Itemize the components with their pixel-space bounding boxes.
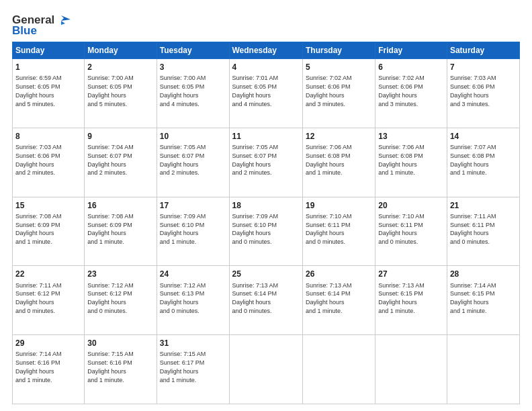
calendar-cell: 16Sunrise: 7:08 AMSunset: 6:09 PMDayligh… bbox=[85, 197, 157, 266]
calendar-cell: 12Sunrise: 7:06 AMSunset: 6:08 PMDayligh… bbox=[302, 128, 375, 197]
weekday-header-monday: Monday bbox=[85, 42, 157, 59]
calendar-week-row: 29Sunrise: 7:14 AMSunset: 6:16 PMDayligh… bbox=[13, 335, 520, 404]
day-info: Sunrise: 7:10 AMSunset: 6:11 PMDaylight … bbox=[306, 213, 352, 245]
calendar-cell: 22Sunrise: 7:11 AMSunset: 6:12 PMDayligh… bbox=[13, 266, 85, 335]
weekday-header-sunday: Sunday bbox=[13, 42, 85, 59]
day-number: 19 bbox=[306, 200, 372, 211]
calendar-cell: 27Sunrise: 7:13 AMSunset: 6:15 PMDayligh… bbox=[375, 266, 447, 335]
weekday-header-saturday: Saturday bbox=[447, 42, 519, 59]
day-info: Sunrise: 7:12 AMSunset: 6:13 PMDaylight … bbox=[160, 282, 206, 314]
logo: General Blue bbox=[12, 13, 71, 38]
day-info: Sunrise: 7:15 AMSunset: 6:17 PMDaylight … bbox=[160, 351, 206, 383]
calendar-cell: 25Sunrise: 7:13 AMSunset: 6:14 PMDayligh… bbox=[229, 266, 302, 335]
day-info: Sunrise: 7:14 AMSunset: 6:16 PMDaylight … bbox=[15, 351, 62, 383]
calendar-week-row: 22Sunrise: 7:11 AMSunset: 6:12 PMDayligh… bbox=[13, 266, 520, 335]
day-info: Sunrise: 7:14 AMSunset: 6:15 PMDaylight … bbox=[450, 282, 496, 314]
day-number: 16 bbox=[87, 200, 153, 211]
day-number: 26 bbox=[306, 269, 372, 279]
calendar-cell: 1Sunrise: 6:59 AMSunset: 6:05 PMDaylight… bbox=[13, 59, 85, 128]
calendar-cell: 30Sunrise: 7:15 AMSunset: 6:16 PMDayligh… bbox=[85, 335, 157, 404]
day-number: 20 bbox=[378, 200, 444, 211]
day-number: 24 bbox=[160, 269, 226, 279]
calendar-cell: 29Sunrise: 7:14 AMSunset: 6:16 PMDayligh… bbox=[13, 335, 85, 404]
day-number: 4 bbox=[232, 62, 300, 73]
day-number: 21 bbox=[450, 200, 517, 211]
calendar-cell: 5Sunrise: 7:02 AMSunset: 6:06 PMDaylight… bbox=[302, 59, 375, 128]
weekday-header-friday: Friday bbox=[375, 42, 447, 59]
day-number: 3 bbox=[160, 62, 226, 73]
day-info: Sunrise: 7:02 AMSunset: 6:06 PMDaylight … bbox=[306, 75, 352, 107]
day-number: 22 bbox=[15, 269, 81, 279]
day-info: Sunrise: 7:13 AMSunset: 6:14 PMDaylight … bbox=[306, 282, 352, 314]
day-info: Sunrise: 7:06 AMSunset: 6:08 PMDaylight … bbox=[378, 144, 425, 176]
calendar-cell bbox=[302, 335, 375, 404]
day-number: 15 bbox=[15, 200, 81, 211]
day-number: 9 bbox=[87, 131, 153, 142]
day-info: Sunrise: 7:04 AMSunset: 6:07 PMDaylight … bbox=[87, 144, 134, 176]
calendar-cell: 10Sunrise: 7:05 AMSunset: 6:07 PMDayligh… bbox=[157, 128, 229, 197]
calendar-cell: 14Sunrise: 7:07 AMSunset: 6:08 PMDayligh… bbox=[447, 128, 519, 197]
svg-marker-1 bbox=[61, 21, 65, 25]
day-number: 1 bbox=[15, 62, 81, 73]
calendar-cell: 7Sunrise: 7:03 AMSunset: 6:06 PMDaylight… bbox=[447, 59, 519, 128]
logo-bird-icon bbox=[56, 14, 71, 26]
day-info: Sunrise: 7:13 AMSunset: 6:15 PMDaylight … bbox=[378, 282, 425, 314]
calendar-cell: 18Sunrise: 7:09 AMSunset: 6:10 PMDayligh… bbox=[229, 197, 302, 266]
day-number: 10 bbox=[160, 131, 226, 142]
day-info: Sunrise: 7:08 AMSunset: 6:09 PMDaylight … bbox=[15, 213, 62, 245]
calendar-cell: 8Sunrise: 7:03 AMSunset: 6:06 PMDaylight… bbox=[13, 128, 85, 197]
calendar-cell bbox=[447, 335, 519, 404]
day-info: Sunrise: 7:01 AMSunset: 6:05 PMDaylight … bbox=[232, 75, 279, 107]
calendar-cell: 19Sunrise: 7:10 AMSunset: 6:11 PMDayligh… bbox=[302, 197, 375, 266]
calendar-week-row: 15Sunrise: 7:08 AMSunset: 6:09 PMDayligh… bbox=[13, 197, 520, 266]
day-number: 5 bbox=[306, 62, 372, 73]
day-number: 28 bbox=[450, 269, 517, 279]
calendar-cell: 20Sunrise: 7:10 AMSunset: 6:11 PMDayligh… bbox=[375, 197, 447, 266]
day-info: Sunrise: 7:10 AMSunset: 6:11 PMDaylight … bbox=[378, 213, 425, 245]
calendar-cell: 13Sunrise: 7:06 AMSunset: 6:08 PMDayligh… bbox=[375, 128, 447, 197]
calendar-cell: 3Sunrise: 7:00 AMSunset: 6:05 PMDaylight… bbox=[157, 59, 229, 128]
calendar-cell: 24Sunrise: 7:12 AMSunset: 6:13 PMDayligh… bbox=[157, 266, 229, 335]
day-info: Sunrise: 7:06 AMSunset: 6:08 PMDaylight … bbox=[306, 144, 352, 176]
day-number: 30 bbox=[87, 338, 153, 349]
calendar-cell bbox=[375, 335, 447, 404]
day-info: Sunrise: 7:09 AMSunset: 6:10 PMDaylight … bbox=[160, 213, 206, 245]
day-info: Sunrise: 7:03 AMSunset: 6:06 PMDaylight … bbox=[15, 144, 62, 176]
calendar-cell: 28Sunrise: 7:14 AMSunset: 6:15 PMDayligh… bbox=[447, 266, 519, 335]
day-info: Sunrise: 7:02 AMSunset: 6:06 PMDaylight … bbox=[378, 75, 425, 107]
calendar-cell: 4Sunrise: 7:01 AMSunset: 6:05 PMDaylight… bbox=[229, 59, 302, 128]
calendar-cell bbox=[229, 335, 302, 404]
day-number: 27 bbox=[378, 269, 444, 279]
weekday-header-row: SundayMondayTuesdayWednesdayThursdayFrid… bbox=[13, 42, 520, 59]
header: General Blue bbox=[12, 11, 520, 38]
day-info: Sunrise: 7:12 AMSunset: 6:12 PMDaylight … bbox=[87, 282, 134, 314]
calendar-cell: 23Sunrise: 7:12 AMSunset: 6:12 PMDayligh… bbox=[85, 266, 157, 335]
day-info: Sunrise: 7:13 AMSunset: 6:14 PMDaylight … bbox=[232, 282, 279, 314]
day-info: Sunrise: 7:03 AMSunset: 6:06 PMDaylight … bbox=[450, 75, 496, 107]
day-number: 18 bbox=[232, 200, 300, 211]
weekday-header-thursday: Thursday bbox=[302, 42, 375, 59]
day-number: 25 bbox=[232, 269, 300, 279]
weekday-header-wednesday: Wednesday bbox=[229, 42, 302, 59]
calendar-cell: 9Sunrise: 7:04 AMSunset: 6:07 PMDaylight… bbox=[85, 128, 157, 197]
calendar-cell: 26Sunrise: 7:13 AMSunset: 6:14 PMDayligh… bbox=[302, 266, 375, 335]
day-info: Sunrise: 7:08 AMSunset: 6:09 PMDaylight … bbox=[87, 213, 134, 245]
calendar-cell: 2Sunrise: 7:00 AMSunset: 6:05 PMDaylight… bbox=[85, 59, 157, 128]
calendar-cell: 31Sunrise: 7:15 AMSunset: 6:17 PMDayligh… bbox=[157, 335, 229, 404]
day-number: 31 bbox=[160, 338, 226, 349]
logo-blue: Blue bbox=[12, 24, 37, 38]
day-info: Sunrise: 6:59 AMSunset: 6:05 PMDaylight … bbox=[15, 75, 62, 107]
day-number: 2 bbox=[87, 62, 153, 73]
day-info: Sunrise: 7:09 AMSunset: 6:10 PMDaylight … bbox=[232, 213, 279, 245]
day-number: 13 bbox=[378, 131, 444, 142]
day-number: 7 bbox=[450, 62, 517, 73]
calendar-week-row: 1Sunrise: 6:59 AMSunset: 6:05 PMDaylight… bbox=[13, 59, 520, 128]
calendar-cell: 11Sunrise: 7:05 AMSunset: 6:07 PMDayligh… bbox=[229, 128, 302, 197]
day-number: 29 bbox=[15, 338, 81, 349]
day-info: Sunrise: 7:15 AMSunset: 6:16 PMDaylight … bbox=[87, 351, 134, 383]
day-number: 6 bbox=[378, 62, 444, 73]
day-number: 14 bbox=[450, 131, 517, 142]
day-info: Sunrise: 7:00 AMSunset: 6:05 PMDaylight … bbox=[87, 75, 134, 107]
day-info: Sunrise: 7:11 AMSunset: 6:11 PMDaylight … bbox=[450, 213, 496, 245]
weekday-header-tuesday: Tuesday bbox=[157, 42, 229, 59]
